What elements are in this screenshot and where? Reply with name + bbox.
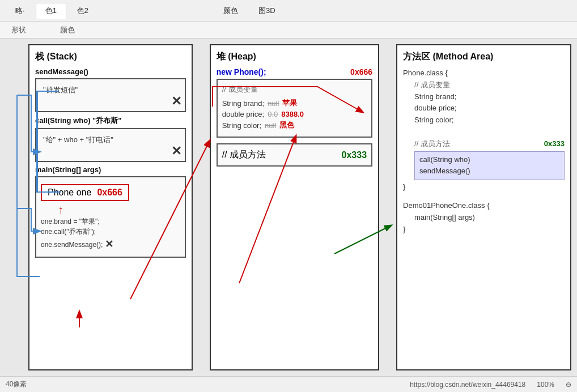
send-message-content: "群发短信": [41, 83, 180, 97]
toolbar-shape: 形状: [11, 25, 26, 35]
tab-bar: 略· 色1 色2 颜色 图3D: [6, 3, 285, 19]
bottom-right: https://blog.csdn.net/weixin_44469418 10…: [410, 381, 571, 389]
heap-panel: 堆 (Heap) new Phone(); 0x666 // 成员变量 Stri…: [210, 44, 379, 370]
demo-class-header: Demo01PhoneOne.class {: [403, 200, 565, 212]
blue-line-top: [36, 91, 59, 92]
main-wrapper: 栈 (Stack) sendMessage() "群发短信" ✕ call(St…: [0, 39, 577, 376]
heap-method-addr: 0x333: [342, 150, 367, 160]
tab-lue[interactable]: 略·: [6, 3, 35, 19]
heap-method-box: // 成员方法 0x333: [217, 143, 372, 167]
send-message-name: sendMessage(): [35, 67, 186, 76]
heap-field-brand-null: null: [268, 99, 279, 108]
heap-field-price-null: 0.0: [268, 110, 278, 118]
phone-method-addr: 0x333: [544, 138, 565, 150]
call-box: "给" + who + "打电话" ✕: [35, 128, 186, 162]
heap-object: new Phone(); 0x666 // 成员变量 String brand;…: [217, 67, 372, 167]
main-x: ✕: [105, 237, 113, 252]
main-box: Phone one 0x666 ↑ one.brand = "苹果"; one.…: [35, 176, 186, 258]
one-label: Phone one: [48, 188, 91, 198]
stack-title: 栈 (Stack): [35, 51, 186, 63]
red-up-arrow: ↑: [58, 203, 180, 216]
heap-method-label: // 成员方法: [222, 149, 266, 161]
stack-panel: 栈 (Stack) sendMessage() "群发短信" ✕ call(St…: [28, 44, 193, 370]
zoom-out-icon[interactable]: ⊖: [566, 381, 571, 389]
heap-title: 堆 (Heap): [217, 51, 372, 63]
phone-class-footer: }: [403, 181, 565, 193]
one-addr: 0x666: [97, 188, 122, 198]
tab-color2[interactable]: 色2: [67, 3, 98, 19]
method-title: 方法区 (Method Area): [403, 51, 565, 63]
panels-container: 栈 (Stack) sendMessage() "群发短信" ✕ call(St…: [0, 39, 577, 376]
heap-addr: 0x666: [350, 67, 372, 76]
phone-class-body: // 成员变量 String brand; double price; Stri…: [403, 79, 565, 180]
heap-object-header: new Phone(); 0x666: [217, 67, 372, 76]
heap-members-label: // 成员变量: [222, 84, 367, 95]
blue-line-1: [36, 91, 38, 193]
send-message-x: ✕: [171, 94, 181, 109]
top-bar: 略· 色1 色2 颜色 图3D: [0, 0, 577, 22]
toolbar-color: 颜色: [60, 25, 75, 35]
heap-field-price-val: 8388.0: [281, 110, 304, 118]
demo-main-method: main(String[] args): [414, 212, 565, 224]
tab-color[interactable]: 颜色: [214, 3, 248, 19]
call-content: "给" + who + "打电话": [41, 133, 180, 147]
heap-field-color-val: 黑色: [279, 120, 294, 130]
code-line-1: one.brand = "苹果";: [41, 216, 180, 227]
blue-line-mid: [38, 191, 61, 193]
bottom-left: 40像素: [6, 380, 27, 389]
method-panel: 方法区 (Method Area) Phone.class { // 成员变量 …: [396, 44, 571, 370]
phone-field-price: double price;: [414, 103, 565, 114]
heap-field-brand: String brand; null 苹果: [222, 98, 367, 108]
phone-class-header: Phone.class {: [403, 67, 565, 79]
call-frame: call(String who) "乔布斯" "给" + who + "打电话"…: [35, 116, 186, 162]
phone-method-header: // 成员方法 0x333: [414, 138, 565, 150]
code-line-3-wrap: one.sendMessage(); ✕: [41, 237, 180, 252]
one-variable: Phone one 0x666: [41, 184, 129, 201]
phone-method-call: call(String who): [419, 154, 559, 166]
call-frame-name: call(String who) "乔布斯": [35, 116, 186, 126]
phone-field-brand: String brand;: [414, 91, 565, 103]
bottom-zoom: 100%: [537, 381, 554, 389]
phone-comment2: // 成员方法: [414, 138, 450, 150]
main-frame-name: main(String[] args): [35, 165, 186, 174]
send-message-box: "群发短信" ✕: [35, 78, 186, 112]
new-phone-label: new Phone();: [217, 67, 266, 76]
phone-field-color: String color;: [414, 114, 565, 126]
call-x: ✕: [171, 144, 181, 159]
main-code: one.brand = "苹果"; one.call("乔布斯"); one.s…: [41, 216, 180, 252]
tab-3d[interactable]: 图3D: [249, 3, 285, 19]
demo-class-body: main(String[] args): [403, 212, 565, 224]
bottom-url: https://blog.csdn.net/weixin_44469418: [410, 381, 525, 389]
tab-color1[interactable]: 色1: [36, 3, 66, 19]
heap-object-box: // 成员变量 String brand; null 苹果 double pri…: [217, 79, 372, 138]
bottom-bar: 40像素 https://blog.csdn.net/weixin_444694…: [0, 376, 577, 392]
heap-field-price-name: double price;: [222, 110, 264, 118]
heap-field-color-name: String color;: [222, 121, 261, 130]
code-line-3: one.sendMessage();: [41, 240, 103, 250]
heap-field-brand-name: String brand;: [222, 99, 264, 108]
new-keyword: new Phone();: [217, 67, 266, 76]
phone-comment1: // 成员变量: [414, 79, 565, 91]
heap-field-price: double price; 0.0 8388.0: [222, 110, 367, 118]
phone-methods-box: call(String who) sendMessage(): [414, 151, 565, 181]
heap-field-color: String color; null 黑色: [222, 120, 367, 130]
phone-method-send: sendMessage(): [419, 165, 559, 177]
demo-class: Demo01PhoneOne.class { main(String[] arg…: [403, 200, 565, 235]
heap-field-brand-val: 苹果: [282, 98, 297, 108]
main-frame: main(String[] args) Phone one 0x666 ↑ on…: [35, 165, 186, 258]
phone-class: Phone.class { // 成员变量 String brand; doub…: [403, 67, 565, 193]
demo-class-footer: }: [403, 224, 565, 236]
toolbar: 形状 颜色: [0, 22, 577, 39]
send-message-frame: sendMessage() "群发短信" ✕: [35, 67, 186, 112]
code-line-2: one.call("乔布斯");: [41, 227, 180, 237]
heap-field-color-null: null: [265, 121, 276, 130]
